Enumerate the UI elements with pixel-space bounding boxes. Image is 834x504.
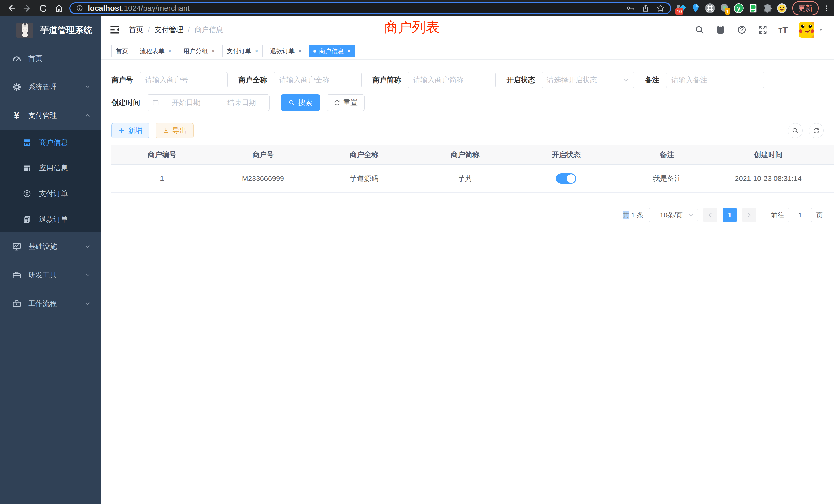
extension-icon-recorder[interactable]: 1: [719, 3, 730, 14]
page-size-select[interactable]: 10条/页: [649, 208, 698, 222]
page-size-value: 10条/页: [655, 211, 688, 220]
extension-icon-command[interactable]: [705, 3, 716, 14]
site-info-icon[interactable]: [75, 4, 84, 12]
dashboard-icon: [12, 54, 22, 63]
font-size-icon[interactable]: тT: [778, 25, 788, 35]
share-icon[interactable]: [641, 4, 650, 12]
header-search-icon[interactable]: [695, 25, 704, 35]
table-row: 1 M233666999 芋道源码 芋艿 我是备注 2021-10-23 08:…: [111, 165, 834, 193]
goto-label: 前往: [771, 211, 784, 220]
tab-close-icon[interactable]: ×: [254, 48, 258, 54]
start-date-placeholder: 开始日期: [163, 98, 209, 108]
extensions-puzzle-icon[interactable]: [762, 3, 773, 14]
status-select[interactable]: 请选择开启状态: [542, 72, 634, 88]
tab-label: 退款订单: [270, 47, 295, 55]
extension-icon-grid-diamond[interactable]: 10: [676, 3, 687, 14]
cell-merchant-id: 1: [111, 175, 213, 183]
table-header-row: 商户编号 商户号 商户全称 商户简称 开启状态 备注 创建时间 操作: [111, 145, 834, 165]
tab-user-group[interactable]: 用户分组×: [179, 45, 219, 57]
sidebar-item-dev-tools[interactable]: 研发工具: [0, 261, 101, 289]
filter-full-name: 商户全称: [238, 72, 361, 88]
browser-home-button[interactable]: [51, 2, 67, 15]
search-icon: [792, 127, 799, 134]
create-time-range-picker[interactable]: 开始日期 - 结束日期: [147, 94, 270, 111]
add-button[interactable]: 新增: [111, 123, 150, 138]
bookmark-star-icon[interactable]: [656, 4, 665, 13]
browser-reload-button[interactable]: [36, 2, 51, 15]
column-header: 商户简称: [415, 150, 516, 160]
sidebar-item-app-info[interactable]: 应用信息: [0, 155, 101, 181]
full-name-input[interactable]: [274, 72, 361, 88]
tab-merchant-info[interactable]: 商户信息×: [309, 45, 355, 57]
tab-process-form[interactable]: 流程表单×: [136, 45, 176, 57]
address-bar[interactable]: localhost:1024/pay/merchant: [69, 2, 671, 14]
prev-page-button[interactable]: [703, 208, 718, 222]
user-avatar-menu[interactable]: [798, 22, 824, 38]
tab-label: 商户信息: [319, 47, 344, 55]
short-name-input[interactable]: [408, 72, 496, 88]
sidebar-item-label: 工作流程: [28, 299, 78, 308]
github-icon[interactable]: [715, 24, 726, 35]
fullscreen-icon[interactable]: [758, 25, 768, 35]
tab-close-icon[interactable]: ×: [297, 48, 302, 54]
breadcrumb-home[interactable]: 首页: [129, 25, 143, 35]
refresh-table-button[interactable]: [809, 123, 824, 138]
toolbox-icon: [12, 270, 22, 280]
tab-home[interactable]: 首页: [111, 45, 132, 57]
chevron-left-icon: [707, 212, 713, 218]
url-host: localhost: [88, 4, 122, 12]
app-title: 芋道管理系统: [40, 24, 92, 36]
next-page-button[interactable]: [742, 208, 756, 222]
tab-pay-order[interactable]: 支付订单×: [222, 45, 263, 57]
tab-close-icon[interactable]: ×: [211, 48, 215, 54]
plus-icon: [118, 127, 125, 134]
cell-remark: 我是备注: [617, 174, 718, 183]
page-unit-label: 页: [816, 211, 823, 220]
tab-close-icon[interactable]: ×: [346, 48, 351, 54]
remark-input[interactable]: [666, 72, 764, 88]
sidebar-item-payment[interactable]: ¥ 支付管理: [0, 101, 101, 130]
page-number-1[interactable]: 1: [723, 208, 737, 222]
app-logo-rabbit: [17, 23, 34, 38]
help-icon[interactable]: [737, 25, 747, 35]
tab-close-icon[interactable]: ×: [167, 48, 172, 54]
sidebar-item-home[interactable]: 首页: [0, 44, 101, 73]
calendar-icon: [152, 99, 159, 107]
browser-menu-icon[interactable]: [823, 4, 830, 13]
sidebar-item-workflow[interactable]: 工作流程: [0, 289, 101, 318]
password-key-icon[interactable]: [626, 4, 635, 13]
status-toggle[interactable]: [556, 174, 576, 184]
toggle-search-button[interactable]: [788, 123, 803, 138]
extension-icon-pin[interactable]: [690, 3, 701, 14]
table-toolbar: 新增 导出: [111, 123, 828, 138]
goto-page-input[interactable]: [788, 208, 812, 222]
app-logo-row[interactable]: 芋道管理系统: [0, 17, 101, 44]
browser-toolbar: localhost:1024/pay/merchant 10 1 更新: [0, 0, 834, 17]
export-button[interactable]: 导出: [156, 123, 194, 138]
chevron-down-icon: [688, 212, 694, 218]
extension-icon-green-doc[interactable]: [748, 3, 759, 14]
gear-icon: [12, 82, 22, 92]
breadcrumb-payment[interactable]: 支付管理: [155, 25, 183, 35]
sidebar-item-refund-order[interactable]: 退款订单: [0, 207, 101, 232]
browser-forward-button[interactable]: [20, 2, 35, 15]
page-content: 商户号 商户全称 商户简称 开启状态 请选择开启状态: [101, 60, 834, 504]
extension-badge: 1: [725, 8, 730, 15]
tab-refund-order[interactable]: 退款订单×: [266, 45, 306, 57]
sidebar-item-pay-order[interactable]: 支付订单: [0, 181, 101, 207]
breadcrumb-separator: /: [148, 26, 150, 34]
search-button[interactable]: 搜索: [281, 94, 320, 111]
extension-icon-green-circle[interactable]: [733, 3, 744, 14]
chrome-update-button[interactable]: 更新: [792, 1, 818, 16]
merchant-no-input[interactable]: [140, 72, 227, 88]
sidebar-item-infrastructure[interactable]: 基础设施: [0, 232, 101, 261]
document-icon: [23, 215, 31, 224]
sidebar-item-merchant-info[interactable]: 商户信息: [0, 130, 101, 155]
column-header: 开启状态: [515, 150, 617, 160]
browser-back-button[interactable]: [4, 2, 19, 15]
reset-button[interactable]: 重置: [327, 94, 365, 111]
browser-profile-avatar[interactable]: [776, 3, 787, 14]
end-date-placeholder: 结束日期: [219, 98, 265, 108]
sidebar-collapse-icon[interactable]: [109, 24, 121, 36]
sidebar-item-system[interactable]: 系统管理: [0, 73, 101, 101]
